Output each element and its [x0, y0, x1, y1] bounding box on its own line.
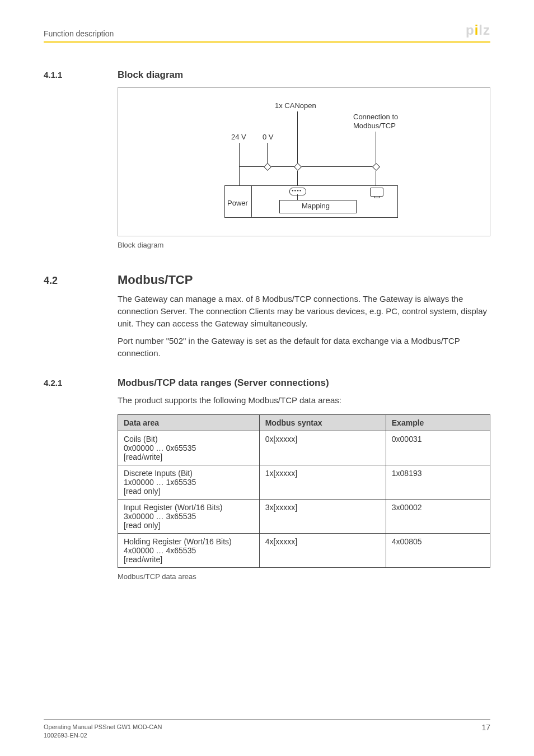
footer-doc-title: Operating Manual PSSnet GW1 MOD-CAN	[44, 724, 162, 730]
diagram-line	[376, 132, 376, 166]
diagram-line	[239, 166, 377, 167]
label-24v: 24 V	[231, 133, 246, 141]
table-caption: Modbus/TCP data areas	[118, 572, 490, 581]
section-title: Modbus/TCP	[118, 273, 193, 287]
page-footer: Operating Manual PSSnet GW1 MOD-CAN 1002…	[44, 719, 490, 739]
text: Holding Register (Wort/16 Bits)	[124, 537, 232, 546]
col-header: Example	[386, 414, 490, 431]
section-4-2-heading: 4.2 Modbus/TCP	[44, 273, 490, 287]
diagram-line	[376, 171, 376, 185]
can-connector-icon	[289, 188, 306, 195]
figure-caption: Block diagram	[118, 241, 490, 249]
cell-syntax: 4x[xxxxx]	[259, 533, 386, 567]
table-header-row: Data area Modbus syntax Example	[118, 414, 490, 431]
page-number: 17	[481, 723, 490, 739]
header-rule	[44, 41, 490, 43]
diagram-line	[297, 111, 298, 166]
block-diagram-figure: 1x CANopen Connection to Modbus/TCP 24 V…	[118, 87, 490, 236]
cell-syntax: 1x[xxxxx]	[259, 465, 386, 499]
cell-example: 1x08193	[386, 465, 490, 499]
section-number: 4.2	[44, 275, 118, 287]
cell-example: 3x00002	[386, 499, 490, 533]
label-0v: 0 V	[263, 133, 274, 141]
label-canopen: 1x CANopen	[275, 101, 316, 110]
table-row: Coils (Bit) 0x00000 … 0x65535 [read/writ…	[118, 431, 490, 465]
diagram-line	[239, 143, 240, 185]
section-4-1-1-heading: 4.1.1 Block diagram	[44, 69, 490, 81]
paragraph: The product supports the following Modbu…	[118, 394, 490, 407]
text: 4x00000 … 4x65535	[124, 546, 196, 555]
text: [read only]	[124, 487, 160, 496]
section-number: 4.2.1	[44, 378, 118, 388]
paragraph: Port number "502" in the Gateway is set …	[118, 335, 490, 360]
cell-data-area: Holding Register (Wort/16 Bits) 4x00000 …	[118, 533, 260, 567]
node-marker-icon	[264, 163, 271, 171]
node-marker-icon	[372, 163, 380, 171]
text: 0x00000 … 0x65535	[124, 444, 196, 452]
text: [read/write]	[124, 452, 162, 461]
cell-syntax: 0x[xxxxx]	[259, 431, 386, 465]
table-row: Holding Register (Wort/16 Bits) 4x00000 …	[118, 533, 490, 567]
cell-data-area: Input Register (Wort/16 Bits) 3x00000 … …	[118, 499, 260, 533]
text: 3x00000 … 3x65535	[124, 512, 196, 521]
paragraph: The Gateway can manage a max. of 8 Modbu…	[118, 293, 490, 329]
cell-data-area: Discrete Inputs (Bit) 1x00000 … 1x65535 …	[118, 465, 260, 499]
cell-example: 4x00805	[386, 533, 490, 567]
section-4-2-1-heading: 4.2.1 Modbus/TCP data ranges (Server con…	[44, 377, 490, 389]
cell-data-area: Coils (Bit) 0x00000 … 0x65535 [read/writ…	[118, 431, 260, 465]
diagram-line	[251, 185, 252, 217]
table-row: Discrete Inputs (Bit) 1x00000 … 1x65535 …	[118, 465, 490, 499]
text: 1x00000 … 1x65535	[124, 478, 196, 487]
cell-example: 0x00031	[386, 431, 490, 465]
text: Discrete Inputs (Bit)	[124, 469, 193, 478]
brand-logo: pilz	[466, 22, 490, 38]
label-conn-line2: Modbus/TCP	[353, 122, 396, 130]
col-header: Data area	[118, 414, 260, 431]
label-power: Power	[227, 199, 248, 207]
section-title: Modbus/TCP data ranges (Server connectio…	[118, 377, 329, 389]
diagram-line	[297, 171, 298, 185]
diagram-line	[297, 194, 298, 200]
text: Input Register (Wort/16 Bits)	[124, 503, 222, 512]
section-title: Block diagram	[118, 69, 183, 81]
text: Coils (Bit)	[124, 435, 158, 444]
section-number: 4.1.1	[44, 70, 118, 80]
ethernet-port-icon	[370, 188, 383, 197]
cell-syntax: 3x[xxxxx]	[259, 499, 386, 533]
modbus-data-ranges-table: Data area Modbus syntax Example Coils (B…	[118, 414, 490, 568]
node-marker-icon	[294, 163, 302, 171]
table-row: Input Register (Wort/16 Bits) 3x00000 … …	[118, 499, 490, 533]
footer-doc-number: 1002693-EN-02	[44, 732, 87, 739]
text: [read only]	[124, 521, 160, 530]
breadcrumb: Function description	[44, 29, 114, 38]
label-mapping: Mapping	[302, 202, 330, 210]
label-conn-line1: Connection to	[353, 113, 398, 121]
col-header: Modbus syntax	[259, 414, 386, 431]
text: [read/write]	[124, 555, 162, 564]
